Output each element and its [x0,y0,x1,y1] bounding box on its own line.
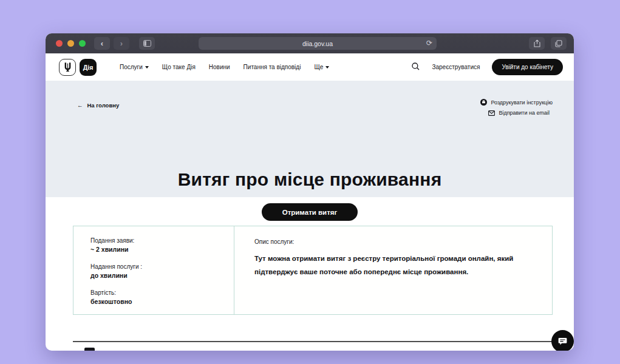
chevron-down-icon [325,66,329,69]
back-to-home-link[interactable]: ← На головну [77,102,119,109]
menu-item-services[interactable]: Послуги [120,64,149,70]
service-info-card: Подання заяви: ~ 2 хвилини Надання послу… [73,226,553,315]
register-link[interactable]: Зареєструватися [432,64,480,70]
zoom-window-button[interactable] [79,40,86,47]
search-icon[interactable] [412,62,420,73]
trident-icon [59,59,76,76]
menu-item-more[interactable]: Ще [314,64,329,70]
tab-overview-icon[interactable] [551,37,567,50]
share-icon[interactable] [529,37,545,50]
browser-chrome: ‹ › diia.gov.ua ⟳ [46,33,574,54]
menu-item-news[interactable]: Новини [209,64,230,70]
login-button[interactable]: Увійти до кабінету [492,59,563,75]
diia-brand-badge: Дія [80,59,97,76]
fact-cost: Вартість: безкоштовно [90,288,222,307]
menu-item-faq[interactable]: Питання та відповіді [244,64,301,70]
close-window-button[interactable] [56,40,63,47]
browser-window: ‹ › diia.gov.ua ⟳ Дія Послуги Що та [46,33,574,351]
description-label: Опис послуги: [254,238,528,245]
browser-back-button[interactable]: ‹ [94,37,110,50]
chat-widget-button[interactable] [551,330,574,351]
back-arrow-icon: ← [77,102,83,109]
email-icon [488,110,495,116]
main-menu: Послуги Що таке Дія Новини Питання та ві… [120,64,329,70]
site-logo[interactable]: Дія [59,59,97,76]
browser-forward-button[interactable]: › [114,37,129,50]
menu-item-about[interactable]: Що таке Дія [162,64,196,70]
address-bar[interactable]: diia.gov.ua ⟳ [199,37,437,50]
site-navbar: Дія Послуги Що таке Дія Новини Питання т… [46,53,574,81]
footer-partial-heading [84,348,95,351]
reload-icon[interactable]: ⟳ [426,39,432,47]
get-extract-button[interactable]: Отримати витяг [262,203,358,221]
service-facts-column: Подання заяви: ~ 2 хвилини Надання послу… [73,226,234,314]
fact-submission-time: Подання заяви: ~ 2 хвилини [90,236,222,255]
print-icon [480,99,487,106]
chat-bubble-icon [558,337,567,346]
service-description-column: Опис послуги: Тут можна отримати витяг з… [234,226,552,314]
traffic-lights [56,40,86,47]
fact-service-time: Надання послуги : до хвилини [90,262,222,281]
footer-divider [73,341,566,342]
sidebar-toggle-icon[interactable] [139,37,155,50]
hero-section: ← На головну Роздрукувати інструкцію Від… [46,81,574,197]
minimize-window-button[interactable] [67,40,74,47]
send-email-link[interactable]: Відправити на email [488,110,550,116]
print-instruction-link[interactable]: Роздрукувати інструкцію [480,99,553,106]
chevron-down-icon [145,66,149,69]
address-bar-url: diia.gov.ua [302,40,333,47]
description-text: Тут можна отримати витяг з реєстру терит… [254,252,528,279]
page-title: Витяг про місце проживання [46,169,574,190]
